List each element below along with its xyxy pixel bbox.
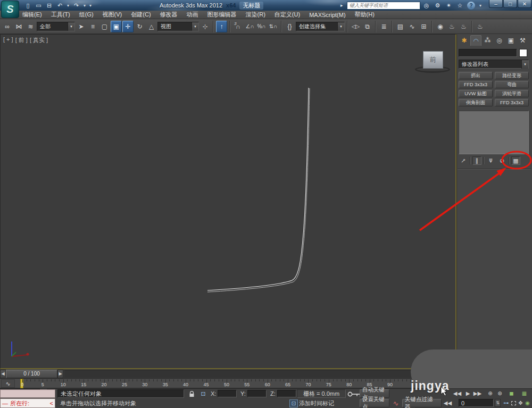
modifier-list-dropdown[interactable]: 修改器列表 ▾	[459, 60, 529, 69]
zoom-all-icon[interactable]: ⊛	[496, 389, 504, 397]
current-frame-field[interactable]: 0	[459, 399, 494, 407]
make-unique-icon[interactable]: ⋔	[486, 156, 495, 165]
menu-modifiers[interactable]: 修改器	[160, 11, 178, 19]
dropdown-caret-icon[interactable]: ▾	[337, 22, 344, 31]
create-tab-icon[interactable]: ✱	[459, 35, 470, 46]
search-binoculars-icon[interactable]: ◎	[422, 2, 430, 9]
search-input[interactable]	[347, 2, 420, 10]
set-keys-key-icon[interactable]	[347, 390, 361, 398]
viewcube[interactable]: 前	[423, 51, 443, 69]
menu-help[interactable]: 帮助(H)	[355, 11, 375, 19]
key-mode-toggle-icon[interactable]: ⊶	[502, 399, 510, 407]
render-setup-icon[interactable]: ♨	[446, 21, 458, 32]
time-slider-track[interactable]	[64, 370, 455, 378]
configure-modifier-sets-icon[interactable]: ▦	[511, 156, 520, 165]
add-time-tag-label[interactable]: 添加时间标记	[299, 399, 358, 407]
open-file-icon[interactable]: ▭	[34, 2, 43, 10]
dropdown-caret-icon[interactable]: ▾	[192, 22, 198, 31]
edit-named-selection-sets-icon[interactable]: {}	[284, 21, 295, 32]
unlink-selection-icon[interactable]: ⋈	[13, 21, 24, 32]
motion-tab-icon[interactable]: ◎	[494, 35, 505, 46]
rendered-frame-window-icon[interactable]: ♨	[458, 21, 469, 32]
macro-recorder-field[interactable]	[0, 389, 55, 398]
key-filters-button[interactable]: 关键点过滤器...	[402, 399, 442, 407]
window-crossing-toggle-icon[interactable]: ▣	[111, 21, 122, 32]
play-animation-icon[interactable]: ▶	[464, 389, 472, 397]
zoom-extents-icon[interactable]: ◼	[508, 389, 516, 397]
bind-to-space-warp-icon[interactable]: ≋	[25, 21, 36, 32]
new-file-icon[interactable]: ▯	[23, 2, 32, 10]
menu-graph-editors[interactable]: 图形编辑器	[207, 11, 237, 19]
snaps-toggle-3d-icon[interactable]: 3∩	[232, 21, 244, 32]
front-viewport[interactable]	[0, 34, 456, 369]
select-and-scale-icon[interactable]: △	[146, 21, 157, 32]
minimize-button[interactable]: –	[489, 0, 503, 8]
object-name-field[interactable]	[459, 49, 517, 57]
viewport-shading-menu[interactable]: [ 真实 ]	[30, 36, 48, 44]
modifier-button-ffd2[interactable]: FFD 3x3x3	[495, 99, 529, 106]
favorites-star-icon[interactable]: ☆	[456, 2, 464, 9]
redo-icon[interactable]: ↷	[72, 2, 81, 10]
curve-editor-icon[interactable]: ∿	[406, 21, 418, 32]
dropdown-caret-icon[interactable]: ▾	[521, 60, 528, 69]
time-slider-grip[interactable]: 0 / 100	[6, 370, 57, 378]
new-key-curve-icon[interactable]: ∿	[392, 399, 400, 407]
schematic-view-icon[interactable]: ⊞	[418, 21, 429, 32]
modifier-button-path-deform[interactable]: 路径变形	[495, 72, 529, 79]
menu-customize[interactable]: 自定义(U)	[275, 11, 300, 19]
select-and-rotate-icon[interactable]: ↻	[134, 21, 145, 32]
menu-edit[interactable]: 编辑(E)	[22, 11, 42, 19]
time-prev-icon[interactable]: ◀	[0, 370, 6, 378]
redo-caret-icon[interactable]: ▾	[82, 3, 87, 8]
zoom-icon[interactable]: ⊕	[486, 389, 494, 397]
graphite-ribbon-icon[interactable]: ▤	[395, 21, 406, 32]
selection-filter-dropdown[interactable]: 全部 ▾	[37, 22, 75, 31]
key-mode-step-icon[interactable]: ◀◀	[444, 399, 452, 407]
select-by-name-icon[interactable]: ≡	[87, 21, 98, 32]
select-and-move-icon[interactable]: ✛	[122, 21, 134, 32]
named-selection-sets-dropdown[interactable]: 创建选择集 ▾	[296, 22, 345, 31]
remove-modifier-icon[interactable]: ⊘	[497, 156, 506, 165]
save-file-icon[interactable]: ⊟	[45, 2, 54, 10]
dropdown-caret-icon[interactable]: ▾	[68, 22, 74, 31]
viewport-general-menu[interactable]: [ + ]	[3, 36, 13, 44]
material-editor-icon[interactable]: ◉	[435, 21, 446, 32]
pin-stack-icon[interactable]: ⊸	[457, 154, 469, 166]
absolute-mode-icon[interactable]: ⊡	[199, 390, 207, 398]
open-mini-curve-editor-icon[interactable]: ∿	[1, 379, 15, 388]
qat-flyout-icon[interactable]: ▾	[88, 3, 93, 8]
select-and-link-icon[interactable]: ∞	[2, 21, 13, 32]
y-value-field[interactable]	[247, 390, 267, 397]
close-button[interactable]: ✕	[518, 0, 531, 8]
menu-create[interactable]: 创建(C)	[131, 11, 151, 19]
x-value-field[interactable]	[218, 390, 237, 397]
maxscript-mini-listener[interactable]: — 所在行: <	[0, 398, 55, 408]
set-key-button[interactable]: 设置关键点	[360, 399, 389, 407]
mirror-icon[interactable]: ◁▷	[350, 21, 361, 32]
menu-views[interactable]: 视图(V)	[103, 11, 122, 19]
application-menu-button[interactable]: S	[1, 1, 19, 18]
rectangular-selection-region-icon[interactable]: ▢	[99, 21, 110, 32]
help-caret-icon[interactable]: ▾	[478, 3, 483, 8]
undo-icon[interactable]: ↶	[55, 2, 64, 10]
modifier-button-bevel-profile[interactable]: 倒角剖面	[459, 99, 493, 106]
modifier-button-uvw-map[interactable]: UVW 贴图	[459, 90, 493, 97]
help-icon[interactable]: ?	[467, 2, 475, 10]
subscription-wrench-icon[interactable]: ⚙	[434, 2, 442, 9]
select-and-manipulate-icon[interactable]: ⊹	[200, 21, 211, 32]
reference-coordinate-dropdown[interactable]: 视图 ▾	[157, 22, 199, 31]
layer-manager-icon[interactable]: ≣	[378, 21, 389, 32]
modifier-button-extrude[interactable]: 挤出	[459, 72, 493, 79]
modifier-button-ffd[interactable]: FFD 3x3x3	[459, 81, 493, 88]
modifier-stack-list[interactable]	[459, 111, 529, 154]
z-value-field[interactable]	[277, 390, 296, 397]
menu-animation[interactable]: 动画	[187, 11, 198, 19]
spinner-snap-toggle-icon[interactable]: ⇅∩	[268, 21, 279, 32]
display-tab-icon[interactable]: ▣	[505, 35, 517, 46]
menu-group[interactable]: 组(G)	[79, 11, 94, 19]
utilities-tab-icon[interactable]: ⚒	[517, 35, 528, 46]
viewport-pov-menu[interactable]: [ 前 ]	[15, 36, 28, 44]
menu-tools[interactable]: 工具(T)	[51, 11, 70, 19]
frame-spinner-icon[interactable]: ⇅	[495, 399, 501, 407]
keyboard-shortcut-override-icon[interactable]: ↑	[216, 21, 227, 32]
